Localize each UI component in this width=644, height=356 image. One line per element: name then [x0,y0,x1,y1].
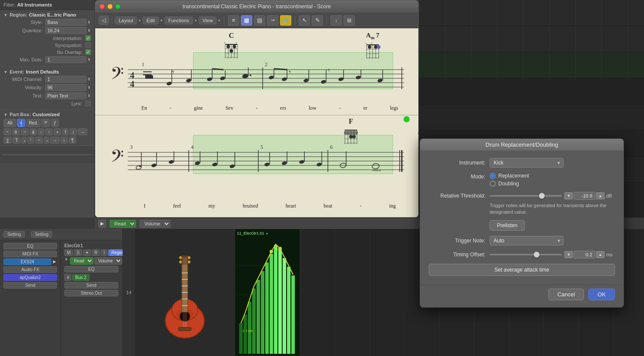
read-select[interactable]: Read [110,220,136,228]
timing-down-btn[interactable]: ▼ [564,251,573,258]
paint-tool-btn[interactable]: ✎ [312,15,323,26]
score-icon-7[interactable]: ▤ [344,15,355,26]
svg-point-98 [352,135,356,138]
read-select-2[interactable]: Read [70,257,93,265]
threshold-down-btn[interactable]: ▼ [564,192,573,199]
score-icon-2[interactable]: ▦ [241,15,252,26]
volume-select[interactable]: Volume [140,220,170,228]
threshold-up-btn[interactable]: ▲ [596,192,604,199]
part-tr-btn[interactable]: tr [12,128,20,135]
score-icon-5[interactable]: 🔗 [280,15,291,26]
style-label: Style: [3,20,43,25]
ap-btn[interactable]: apQualizr2 [3,274,57,281]
part-sum-btn[interactable]: ∑ [3,137,12,144]
volume-select-2[interactable]: Volume [94,257,122,265]
lyric-checkbox[interactable] [85,101,91,106]
part-wave-btn[interactable]: ~ [3,128,11,135]
part-all-btn[interactable]: All [3,119,16,127]
score-icon-6[interactable]: ↕ [330,15,342,26]
part-para-btn[interactable]: ¶ [69,137,76,144]
send-btn-1[interactable]: Send [3,282,57,289]
part-red-btn[interactable]: Red. [26,119,40,127]
filter-value[interactable]: All Instruments [17,2,52,7]
part-a-btn[interactable]: ä [30,128,37,135]
trigger-note-select[interactable]: Auto [490,236,564,245]
no-overlap-checkbox[interactable]: ✓ [85,49,91,55]
svg-point-71 [281,77,287,82]
audio-fx-btn[interactable]: Audio FX [3,266,57,273]
threshold-slider-thumb[interactable] [539,193,545,199]
m-btn[interactable]: M [64,249,73,256]
threshold-slider-container[interactable] [490,193,562,199]
minimize-btn[interactable] [107,4,113,9]
part-ud-btn[interactable]: ↕ [70,128,77,135]
part-n-btn[interactable]: 𝆕 [38,128,44,135]
part-right-btn[interactable]: → [78,128,87,135]
replacement-option[interactable]: Replacement [490,173,529,179]
part-arrow-btn[interactable]: → [50,137,60,144]
text-value[interactable]: Plain Text [45,92,87,99]
part-tilde-btn[interactable]: ~ [35,137,43,144]
score-icon-4[interactable]: ⇒ [267,15,278,26]
velocity-value[interactable]: 96 [45,84,87,91]
part-bass-btn[interactable]: 𝄢 [41,119,50,127]
part-wave2-btn[interactable]: ~ [21,128,29,135]
part-up-btn[interactable]: ↑ [45,128,53,135]
syncopation-checkbox[interactable] [85,42,91,48]
interpretation-checkbox[interactable]: ✓ [85,35,91,41]
setting-btn-1[interactable]: Setting [3,231,25,238]
part-t-btn[interactable]: T [13,137,20,144]
part-half-btn[interactable]: 𝅗 [44,137,49,144]
timing-up-btn[interactable]: ▲ [596,251,604,258]
part-plus-btn[interactable]: + [53,128,61,135]
doubling-option[interactable]: Doubling [490,181,529,187]
timing-slider-thumb[interactable] [534,252,540,258]
part-f-btn[interactable]: f [62,128,69,135]
stero-out-btn[interactable]: Stereo Out [64,290,118,296]
svg-text:-1.9: -1.9 [278,257,284,261]
ok-btn[interactable]: OK [588,289,615,300]
s-btn[interactable]: S [74,249,82,256]
bus-btn[interactable]: Bus 2 [72,274,90,281]
view-btn[interactable]: View [199,17,217,24]
part-treble-btn[interactable]: 𝄞 [17,119,25,127]
exs-btn[interactable]: EXS24 [3,259,51,265]
score-icon-3[interactable]: ▤ [254,15,265,26]
part-forte-btn[interactable]: ƒ [51,119,59,127]
close-btn[interactable] [100,4,105,9]
midi-fx-btn[interactable]: MIDI FX [3,251,57,257]
star-btn[interactable]: ✦ [83,249,91,256]
instrument-select[interactable]: Kick Snare Hi-Hat [490,158,564,168]
part-note-btn[interactable]: 𝅘 [21,137,27,144]
edit-btn[interactable]: Edit [143,17,159,24]
instrument-select-wrapper[interactable]: Kick Snare Hi-Hat ▼ [490,158,564,168]
avg-attack-btn[interactable]: Set average attack time [429,264,615,276]
max-dots-value[interactable]: 1 [45,56,87,63]
functions-btn[interactable]: Functions [164,17,193,24]
maximize-btn[interactable] [115,4,120,9]
score-icon-1[interactable]: ≡ [228,15,239,26]
part-updown-btn[interactable]: ↕ [60,137,68,144]
chord-f-name: F [349,118,353,125]
r-btn[interactable]: R [92,249,100,256]
trigger-note-select-wrapper[interactable]: Auto ▼ [490,236,564,245]
replacement-radio[interactable] [490,173,496,179]
part-up2-btn[interactable]: ꜛ [27,137,34,144]
nav-back-btn[interactable]: ◁ [99,16,109,25]
send-btn-2[interactable]: Send [64,282,118,289]
midi-channel-value[interactable]: 1 [45,76,87,83]
prelisten-btn[interactable]: Prelisten [490,220,525,231]
i-btn[interactable]: I [101,249,107,256]
style-select[interactable]: Bass [45,19,87,26]
play-btn[interactable]: ▶ [98,220,106,228]
quantize-value[interactable]: 16,24 [45,27,87,34]
eq-btn-2[interactable]: EQ [64,266,118,272]
layout-btn[interactable]: Layout [115,17,137,24]
timing-slider-container[interactable] [490,252,562,258]
setting-btn-2[interactable]: Setting [31,231,52,238]
doubling-radio[interactable] [490,181,496,187]
svg-point-10 [230,49,233,53]
cancel-btn[interactable]: Cancel [548,289,584,300]
arrow-tool-btn[interactable]: ↖ [299,15,310,26]
eq-btn-1[interactable]: EQ [3,243,57,249]
